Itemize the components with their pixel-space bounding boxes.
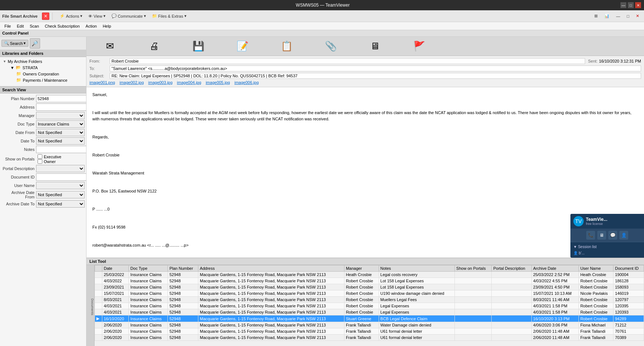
table-row[interactable]: 15/07/2021 Insurance Claims 52948 Macqua… bbox=[95, 290, 644, 297]
col-notes[interactable]: Notes bbox=[379, 265, 454, 272]
tree-my-archive-folders[interactable]: ▼ My Archive Folders bbox=[0, 59, 86, 64]
appbar-grid-icon[interactable]: ⊞ bbox=[592, 13, 600, 20]
magnify-button[interactable]: 🔎 bbox=[30, 38, 40, 49]
app-bar: File Smart Archive ✕ ⚡ Actions ▾ 👁 View … bbox=[0, 10, 644, 22]
table-row[interactable]: 4/03/2021 Insurance Claims 52948 Macquar… bbox=[95, 303, 644, 309]
tool-print[interactable]: 🖨 bbox=[132, 37, 176, 56]
address-input[interactable] bbox=[36, 103, 86, 111]
col-doc-id[interactable]: Document ID bbox=[613, 265, 644, 272]
app-close-button[interactable]: ✕ bbox=[42, 13, 49, 20]
notes-input[interactable] bbox=[36, 146, 86, 153]
table-row[interactable]: 4/03/2021 Insurance Claims 52948 Macquar… bbox=[95, 309, 644, 315]
menu-scan[interactable]: Scan bbox=[27, 23, 42, 29]
col-doc-type[interactable]: Doc Type bbox=[129, 265, 168, 272]
col-portal-desc[interactable]: Portal Description bbox=[492, 265, 531, 272]
col-address[interactable]: Address bbox=[198, 265, 344, 272]
menu-file[interactable]: File bbox=[1, 23, 14, 29]
archive-date-from-select[interactable]: Not Specified bbox=[36, 191, 85, 198]
appbar-close-icon[interactable]: ✕ bbox=[633, 13, 642, 20]
row-plan: 52948 bbox=[168, 284, 198, 290]
tree-strata[interactable]: ▼ 📂 STRATA bbox=[0, 64, 86, 71]
tool-save[interactable]: 💾 bbox=[176, 37, 220, 56]
row-date: 25/03/2022 bbox=[102, 272, 129, 278]
table-row[interactable]: ▶ 16/10/2020 Insurance Claims 52948 Macq… bbox=[95, 315, 644, 322]
tool-clipboard[interactable]: 📋 bbox=[265, 37, 309, 56]
communicate-button[interactable]: 💬 Communicate ▾ bbox=[109, 13, 149, 20]
session-list-label: Session list bbox=[578, 245, 597, 249]
col-manager[interactable]: Manager bbox=[344, 265, 379, 272]
col-portals[interactable]: Show on Portals bbox=[454, 265, 492, 272]
table-row[interactable]: 2/06/2020 Insurance Claims 52948 Macquar… bbox=[95, 335, 644, 341]
archive-date-to-select[interactable]: Not Specified bbox=[36, 200, 85, 208]
row-address: Macquarie Gardens, 1-15 Fontenoy Road, M… bbox=[198, 328, 344, 335]
attachment-6[interactable]: image006.jpg bbox=[234, 80, 259, 85]
show-portals-label: Show on Portals bbox=[1, 157, 35, 161]
tv-logo: TV bbox=[573, 216, 584, 226]
col-plan[interactable]: Plan Number bbox=[168, 265, 198, 272]
row-arrow bbox=[95, 297, 102, 303]
list-table-container[interactable]: Date Doc Type Plan Number Address Manage… bbox=[95, 265, 644, 346]
tv-btn-2[interactable]: 🖥 bbox=[597, 231, 606, 240]
teamviewer-overlay: TV TeamVie... free license 📞 🖥 💬 👤 ▼ Ses… bbox=[570, 214, 644, 258]
attachment-2[interactable]: image002.jpg bbox=[120, 80, 144, 85]
view-label: View bbox=[93, 14, 102, 18]
appbar-chart-icon[interactable]: 📊 bbox=[602, 13, 612, 20]
maximize-button[interactable]: □ bbox=[628, 2, 634, 8]
user-name-row: User Name bbox=[1, 182, 85, 189]
tv-session-arrow[interactable]: ▼ Session list bbox=[573, 244, 641, 250]
tv-btn-3[interactable]: 💬 bbox=[608, 231, 617, 240]
executive-checkbox[interactable] bbox=[38, 154, 42, 159]
menu-edit[interactable]: Edit bbox=[14, 23, 27, 29]
date-from-select[interactable]: Not Specified bbox=[36, 129, 85, 136]
col-date[interactable]: Date bbox=[102, 265, 129, 272]
row-notes: U61 formal denial letter bbox=[379, 328, 454, 335]
user-name-select[interactable] bbox=[36, 182, 85, 189]
tool-email[interactable]: ✉ bbox=[88, 37, 132, 56]
tree-payments[interactable]: 📁 Payments / Maintenance bbox=[0, 77, 86, 83]
notes-row: Notes bbox=[1, 146, 85, 153]
menu-help[interactable]: Help bbox=[100, 23, 114, 29]
doc-id-input[interactable] bbox=[36, 173, 86, 181]
col-user[interactable]: User Name bbox=[578, 265, 613, 272]
files-extras-button[interactable]: 📁 Files & Extras ▾ bbox=[149, 13, 189, 20]
attachment-4[interactable]: image004.jpg bbox=[177, 80, 201, 85]
tool-edit[interactable]: 📝 bbox=[220, 37, 265, 56]
appbar-maximize-icon[interactable]: □ bbox=[624, 13, 632, 20]
actions-button[interactable]: ⚡ Actions ▾ bbox=[57, 13, 85, 20]
attachment-5[interactable]: image005.jpg bbox=[206, 80, 230, 85]
row-doc-id: 158093 bbox=[613, 284, 644, 290]
appbar-minimize-icon[interactable]: — bbox=[613, 13, 623, 20]
menu-check-subscription[interactable]: Check Subscription bbox=[42, 23, 83, 29]
row-plan: 52948 bbox=[168, 290, 198, 297]
tool-monitor[interactable]: 🖥 bbox=[353, 37, 397, 56]
close-window-button[interactable]: ✕ bbox=[635, 2, 641, 8]
attachment-1[interactable]: image001.png bbox=[89, 80, 115, 85]
view-button[interactable]: 👁 View ▾ bbox=[86, 13, 108, 20]
tool-attach[interactable]: 📎 bbox=[309, 37, 353, 56]
minimize-button[interactable]: — bbox=[620, 2, 626, 8]
search-button[interactable]: 🔍 Search ▾ bbox=[1, 40, 28, 47]
table-row[interactable]: 2/06/2020 Insurance Claims 52948 Macquar… bbox=[95, 322, 644, 328]
table-row[interactable]: 2/06/2020 Insurance Claims 52948 Macquar… bbox=[95, 328, 644, 335]
doc-type-select[interactable]: Insurance Claims bbox=[36, 120, 85, 128]
row-doc-type: Insurance Claims bbox=[129, 309, 168, 315]
title-bar-title: WSMWS05 — TeamViewer bbox=[25, 3, 620, 8]
table-row[interactable]: 4/03/2022 Insurance Claims 52948 Macquar… bbox=[95, 278, 644, 284]
table-row[interactable]: 25/03/2022 Insurance Claims 52948 Macqua… bbox=[95, 272, 644, 278]
tree-owners-corp[interactable]: 📁 Owners Corporation bbox=[0, 71, 86, 77]
attachment-3[interactable]: image003.jpg bbox=[148, 80, 173, 85]
list-table-header-row: Date Doc Type Plan Number Address Manage… bbox=[95, 265, 644, 272]
plan-number-input[interactable] bbox=[36, 95, 86, 102]
owner-checkbox[interactable] bbox=[38, 159, 42, 164]
manager-select[interactable] bbox=[36, 112, 85, 119]
tv-btn-1[interactable]: 📞 bbox=[586, 231, 595, 240]
tv-btn-4[interactable]: 👤 bbox=[619, 231, 628, 240]
date-to-select[interactable]: Not Specified bbox=[36, 137, 85, 145]
table-row[interactable]: 23/09/2021 Insurance Claims 52948 Macqua… bbox=[95, 284, 644, 290]
col-archive-date[interactable]: Archive Date bbox=[531, 265, 578, 272]
portal-desc-select[interactable] bbox=[36, 165, 85, 172]
table-row[interactable]: 8/03/2021 Insurance Claims 52948 Macquar… bbox=[95, 297, 644, 303]
tool-flag[interactable]: 🚩 bbox=[397, 37, 441, 56]
icon-toolbar: ✉ 🖨 💾 📝 📋 📎 🖥 🚩 bbox=[86, 37, 644, 56]
menu-action[interactable]: Action bbox=[83, 23, 100, 29]
